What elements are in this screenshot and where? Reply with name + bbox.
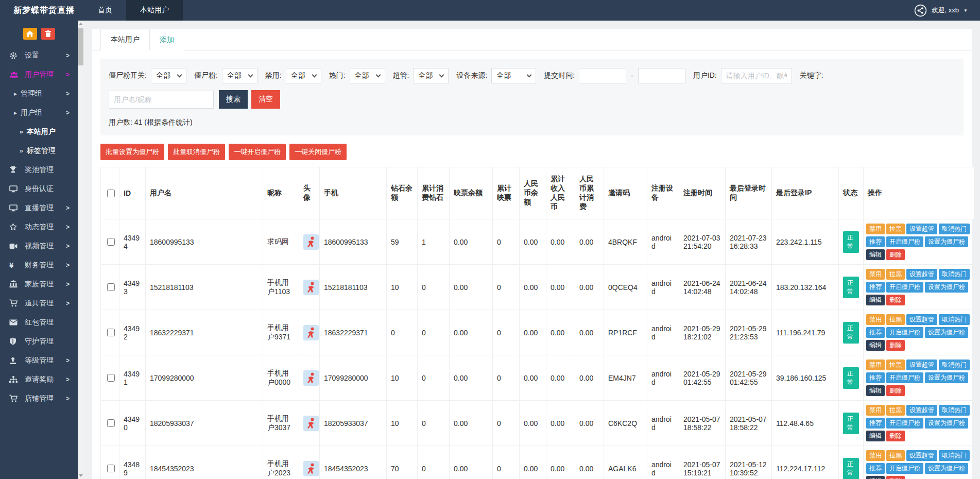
- set-super-admin-button[interactable]: 设置超管: [906, 269, 937, 280]
- zombie-fan-switch-select[interactable]: 全部: [151, 68, 186, 83]
- sidebar-item-invite-reward[interactable]: 邀请奖励>: [0, 370, 78, 389]
- delete-button[interactable]: 删除: [886, 476, 905, 479]
- cancel-hot-button[interactable]: 取消热门: [939, 360, 970, 370]
- enable-zombie-fan-button[interactable]: 开启僵尸粉: [886, 463, 923, 474]
- top-nav-site-users[interactable]: 本站用户: [126, 0, 183, 21]
- edit-button[interactable]: 编辑: [866, 295, 885, 305]
- blacklist-button[interactable]: 拉黑: [886, 360, 905, 370]
- row-checkbox[interactable]: [107, 329, 115, 336]
- edit-button[interactable]: 编辑: [866, 476, 885, 479]
- enable-zombie-fan-button[interactable]: 开启僵尸粉: [886, 282, 923, 293]
- recommend-button[interactable]: 推荐: [866, 282, 885, 293]
- sidebar-item-tag-management[interactable]: »标签管理: [0, 141, 78, 160]
- recommend-button[interactable]: 推荐: [866, 463, 885, 474]
- user-id-input[interactable]: [721, 68, 792, 83]
- edit-button[interactable]: 编辑: [866, 431, 885, 441]
- sidebar-item-identity-verification[interactable]: 身份认证: [0, 179, 78, 198]
- recommend-button[interactable]: 推荐: [866, 418, 885, 429]
- row-checkbox[interactable]: [107, 283, 115, 291]
- top-nav-home[interactable]: 首页: [84, 0, 126, 21]
- cancel-hot-button[interactable]: 取消热门: [939, 224, 970, 234]
- set-zombie-fan-button[interactable]: 设置为僵尸粉: [925, 372, 968, 383]
- disable-button[interactable]: 禁用: [866, 224, 885, 234]
- device-source-select[interactable]: 全部: [491, 68, 536, 83]
- super-admin-select[interactable]: 全部: [413, 68, 449, 83]
- cancel-hot-button[interactable]: 取消热门: [939, 405, 970, 416]
- cancel-hot-button[interactable]: 取消热门: [939, 314, 970, 325]
- sidebar-item-prop-management[interactable]: 道具管理>: [0, 294, 78, 313]
- sidebar-item-admin-group[interactable]: ▸管理组>: [0, 84, 78, 103]
- zombie-fan-select[interactable]: 全部: [222, 68, 257, 83]
- hot-select[interactable]: 全部: [350, 68, 385, 83]
- username-nickname-input[interactable]: [109, 91, 214, 109]
- disabled-select[interactable]: 全部: [286, 68, 321, 83]
- set-zombie-fan-button[interactable]: 设置为僵尸粉: [925, 327, 968, 338]
- sidebar-item-user-management[interactable]: 用户管理>: [0, 65, 78, 84]
- enable-all-zombie-fans-button[interactable]: 一键开启僵尸粉: [229, 144, 286, 160]
- edit-button[interactable]: 编辑: [866, 340, 885, 351]
- set-super-admin-button[interactable]: 设置超管: [906, 360, 937, 370]
- submit-time-end-input[interactable]: [638, 68, 685, 83]
- edit-button[interactable]: 编辑: [866, 385, 885, 396]
- row-checkbox[interactable]: [107, 374, 115, 382]
- tab-site-users[interactable]: 本站用户: [100, 29, 150, 50]
- search-button[interactable]: 搜索: [219, 90, 248, 109]
- delete-button[interactable]: 删除: [886, 431, 905, 441]
- sidebar-item-user-group[interactable]: ▸用户组>: [0, 103, 78, 122]
- clear-cache-button[interactable]: [41, 28, 55, 40]
- home-button[interactable]: [23, 28, 37, 40]
- blacklist-button[interactable]: 拉黑: [886, 450, 905, 461]
- row-checkbox[interactable]: [107, 465, 115, 472]
- batch-cancel-zombie-fans-button[interactable]: 批量取消僵尸粉: [168, 144, 225, 160]
- set-super-admin-button[interactable]: 设置超管: [906, 314, 937, 325]
- select-all-checkbox[interactable]: [107, 190, 115, 197]
- set-zombie-fan-button[interactable]: 设置为僵尸粉: [925, 236, 968, 247]
- set-zombie-fan-button[interactable]: 设置为僵尸粉: [925, 282, 968, 293]
- scroll-up-arrow-icon[interactable]: [78, 21, 84, 27]
- enable-zombie-fan-button[interactable]: 开启僵尸粉: [886, 327, 923, 338]
- sidebar-item-site-users[interactable]: »本站用户: [0, 122, 78, 141]
- edit-button[interactable]: 编辑: [866, 249, 885, 260]
- set-zombie-fan-button[interactable]: 设置为僵尸粉: [925, 418, 968, 429]
- sidebar-item-level-management[interactable]: 等级管理>: [0, 351, 78, 370]
- sidebar-item-video-management[interactable]: 视频管理>: [0, 236, 78, 255]
- blacklist-button[interactable]: 拉黑: [886, 269, 905, 280]
- sidebar-scrollbar[interactable]: [78, 21, 84, 479]
- disable-button[interactable]: 禁用: [866, 314, 885, 325]
- disable-button[interactable]: 禁用: [866, 450, 885, 461]
- blacklist-button[interactable]: 拉黑: [886, 314, 905, 325]
- row-checkbox[interactable]: [107, 419, 115, 427]
- blacklist-button[interactable]: 拉黑: [886, 224, 905, 234]
- disable-button[interactable]: 禁用: [866, 360, 885, 370]
- set-super-admin-button[interactable]: 设置超管: [906, 450, 937, 461]
- row-checkbox[interactable]: [107, 238, 115, 246]
- set-super-admin-button[interactable]: 设置超管: [906, 224, 937, 234]
- enable-zombie-fan-button[interactable]: 开启僵尸粉: [886, 236, 923, 247]
- delete-button[interactable]: 删除: [886, 295, 905, 305]
- delete-button[interactable]: 删除: [886, 385, 905, 396]
- cancel-hot-button[interactable]: 取消热门: [939, 269, 970, 280]
- batch-set-zombie-fans-button[interactable]: 批量设置为僵尸粉: [100, 144, 164, 160]
- recommend-button[interactable]: 推荐: [866, 372, 885, 383]
- sidebar-item-redpacket-management[interactable]: 红包管理: [0, 313, 78, 332]
- sidebar-item-moment-management[interactable]: 动态管理>: [0, 217, 78, 236]
- delete-button[interactable]: 删除: [886, 249, 905, 260]
- clear-button[interactable]: 清空: [251, 90, 280, 109]
- scrollbar-thumb[interactable]: [78, 28, 83, 65]
- sidebar-item-guardian-management[interactable]: 守护管理: [0, 332, 78, 351]
- disable-all-zombie-fans-button[interactable]: 一键关闭僵尸粉: [289, 144, 347, 160]
- tab-add[interactable]: 添加: [150, 30, 184, 50]
- sidebar-item-settings[interactable]: 设置>: [0, 46, 78, 65]
- sidebar-item-prize-pool[interactable]: 奖池管理: [0, 160, 78, 179]
- disable-button[interactable]: 禁用: [866, 405, 885, 416]
- recommend-button[interactable]: 推荐: [866, 327, 885, 338]
- sidebar-item-finance-management[interactable]: ¥财务管理>: [0, 255, 78, 275]
- recommend-button[interactable]: 推荐: [866, 236, 885, 247]
- sidebar-item-live-management[interactable]: 直播管理>: [0, 198, 78, 217]
- set-zombie-fan-button[interactable]: 设置为僵尸粉: [925, 463, 968, 474]
- set-super-admin-button[interactable]: 设置超管: [906, 405, 937, 416]
- blacklist-button[interactable]: 拉黑: [886, 405, 905, 416]
- delete-button[interactable]: 删除: [886, 340, 905, 351]
- sidebar-item-shop-management[interactable]: 店铺管理>: [0, 389, 78, 408]
- sidebar-item-family-management[interactable]: 家族管理>: [0, 275, 78, 294]
